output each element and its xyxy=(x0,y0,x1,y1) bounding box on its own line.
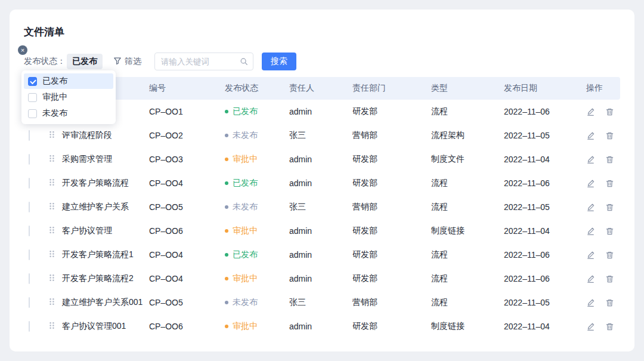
column-header-status: 发布状态 xyxy=(224,77,288,100)
row-type: 制度链接 xyxy=(428,314,500,338)
drag-handle-icon[interactable] xyxy=(49,274,55,282)
row-status: 已发布 xyxy=(224,100,288,124)
edit-icon[interactable] xyxy=(586,155,595,164)
row-checkbox[interactable] xyxy=(29,130,30,141)
drag-handle-icon[interactable] xyxy=(49,131,55,138)
search-input[interactable] xyxy=(154,53,253,70)
row-checkbox[interactable] xyxy=(29,321,30,332)
delete-icon[interactable] xyxy=(605,322,614,331)
status-dot xyxy=(225,134,228,137)
drag-handle-icon[interactable] xyxy=(49,250,55,258)
row-checkbox[interactable] xyxy=(29,297,30,308)
drag-handle-icon[interactable] xyxy=(49,226,55,234)
table-row: 开发客户策略流程2 CP–OO4 审批中 admin 研发部 流程 2022–1… xyxy=(24,267,620,291)
edit-icon[interactable] xyxy=(586,227,595,236)
delete-icon[interactable] xyxy=(605,227,614,236)
row-status: 未发布 xyxy=(224,291,288,314)
row-type: 流程 xyxy=(428,291,500,314)
row-code: CP–OO6 xyxy=(148,314,224,338)
edit-icon[interactable] xyxy=(586,107,595,116)
row-name: 采购需求管理 xyxy=(61,147,148,171)
column-header-type: 类型 xyxy=(428,77,500,100)
row-code: CP–OO3 xyxy=(148,147,224,171)
edit-icon[interactable] xyxy=(586,251,595,260)
delete-icon[interactable] xyxy=(605,203,614,212)
search-button[interactable]: 搜索 xyxy=(262,53,296,70)
row-name: 客户协议管理 xyxy=(61,219,148,243)
filter-button[interactable]: 筛选 xyxy=(113,56,141,67)
option-checkbox[interactable] xyxy=(28,109,37,118)
status-dot xyxy=(225,181,228,185)
row-date: 2022–11–06 xyxy=(500,267,584,291)
filter-value[interactable]: 已发布 xyxy=(67,54,103,69)
edit-icon[interactable] xyxy=(586,322,595,331)
row-checkbox[interactable] xyxy=(29,249,30,260)
status-filter-tag[interactable]: × 发布状态： 已发布 xyxy=(24,54,103,69)
status-label: 审批中 xyxy=(233,154,258,163)
row-actions xyxy=(586,203,620,212)
drag-handle-icon[interactable] xyxy=(49,155,55,162)
row-owner: 张三 xyxy=(288,124,348,147)
row-actions xyxy=(586,251,620,260)
row-checkbox[interactable] xyxy=(29,226,30,236)
table-row: 开发客户策略流程1 CP–OO4 已发布 admin 研发部 流程 2022–1… xyxy=(24,243,620,267)
drag-handle-icon[interactable] xyxy=(49,178,55,186)
row-dept: 研发部 xyxy=(348,100,428,124)
delete-icon[interactable] xyxy=(605,131,614,140)
table-row: 建立维护客户关系 CP–OO5 未发布 张三 营销部 流程 2022–11–05 xyxy=(24,195,620,219)
row-status: 已发布 xyxy=(224,243,288,267)
file-list-card: 文件清单 × 发布状态： 已发布 筛选 搜索 已发布 审批中 未发布 xyxy=(10,10,634,351)
option-checkbox[interactable] xyxy=(28,77,37,86)
table-row: 客户协议管理001 CP–OO6 审批中 admin 研发部 制度链接 2022… xyxy=(24,314,620,338)
row-code: CP–OO4 xyxy=(148,171,224,195)
drag-handle-icon[interactable] xyxy=(49,202,55,210)
drag-handle-icon[interactable] xyxy=(49,298,55,306)
row-type: 制度链接 xyxy=(428,219,500,243)
row-type: 制度文件 xyxy=(428,147,500,171)
edit-icon[interactable] xyxy=(586,203,595,212)
row-checkbox[interactable] xyxy=(29,202,30,212)
row-checkbox[interactable] xyxy=(29,273,30,284)
row-status: 审批中 xyxy=(224,267,288,291)
row-code: CP–OO1 xyxy=(148,100,224,124)
delete-icon[interactable] xyxy=(605,251,614,260)
edit-icon[interactable] xyxy=(586,298,595,307)
edit-icon[interactable] xyxy=(586,131,595,140)
delete-icon[interactable] xyxy=(605,107,614,116)
filter-bar: × 发布状态： 已发布 筛选 搜索 xyxy=(24,52,620,71)
row-code: CP–OO5 xyxy=(148,195,224,219)
table-body: CP–OO1 已发布 admin 研发部 流程 2022–11–06 xyxy=(24,100,620,338)
status-label: 审批中 xyxy=(233,226,258,235)
delete-icon[interactable] xyxy=(605,155,614,164)
row-name: 建立维护客户关系001 xyxy=(61,291,148,314)
row-date: 2022–11–04 xyxy=(500,314,584,338)
dropdown-option[interactable]: 已发布 xyxy=(24,73,113,89)
row-checkbox[interactable] xyxy=(29,178,30,189)
row-name: 开发客户策略流程2 xyxy=(61,267,148,291)
row-date: 2022–11–05 xyxy=(500,195,584,219)
edit-icon[interactable] xyxy=(586,179,595,188)
option-checkbox[interactable] xyxy=(28,93,37,102)
row-status: 审批中 xyxy=(224,147,288,171)
row-actions xyxy=(586,322,620,331)
status-dot xyxy=(225,325,228,328)
row-dept: 研发部 xyxy=(348,219,428,243)
remove-filter-icon[interactable]: × xyxy=(18,45,27,55)
edit-icon[interactable] xyxy=(586,274,595,283)
row-type: 流程 xyxy=(428,171,500,195)
row-name: 开发客户策略流程1 xyxy=(61,243,148,267)
row-type: 流程 xyxy=(428,267,500,291)
column-header-date: 发布日期 xyxy=(500,77,584,100)
dropdown-option[interactable]: 未发布 xyxy=(24,106,113,121)
delete-icon[interactable] xyxy=(605,298,614,307)
status-label: 未发布 xyxy=(233,202,258,211)
row-checkbox[interactable] xyxy=(29,154,30,165)
delete-icon[interactable] xyxy=(605,274,614,283)
dropdown-option[interactable]: 审批中 xyxy=(24,90,113,105)
delete-icon[interactable] xyxy=(605,179,614,188)
drag-handle-icon[interactable] xyxy=(49,322,55,329)
row-status: 未发布 xyxy=(224,195,288,219)
row-actions xyxy=(586,107,620,116)
row-code: CP–OO4 xyxy=(148,267,224,291)
row-owner: 张三 xyxy=(288,291,348,314)
